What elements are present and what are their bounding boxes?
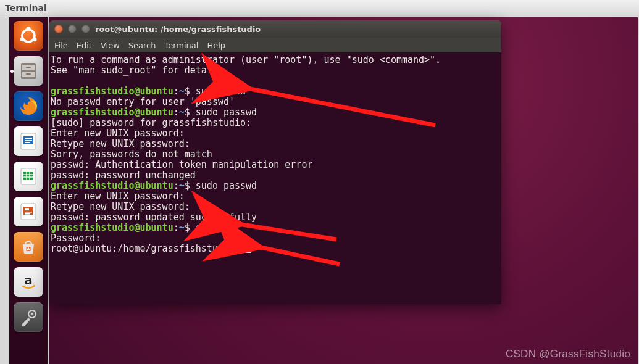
impress-icon (18, 201, 39, 222)
amazon-icon: a (18, 271, 39, 292)
prompt-userhost: grassfishstudio@ubuntu (51, 86, 173, 97)
term-line: Retype new UNIX password: (51, 201, 196, 212)
menu-file[interactable]: File (54, 41, 68, 50)
terminal-window: root@ubuntu: /home/grassfishstudio File … (49, 20, 501, 304)
svg-point-3 (20, 37, 25, 41)
launcher-amazon[interactable]: a (14, 267, 43, 297)
terminal-titlebar[interactable]: root@ubuntu: /home/grassfishstudio (49, 20, 501, 38)
launcher-files[interactable] (14, 56, 43, 86)
shopping-bag-icon: A (18, 236, 39, 257)
cursor-icon (246, 244, 251, 253)
menu-help[interactable]: Help (207, 41, 225, 50)
term-line: passwd: password unchanged (51, 170, 196, 181)
wrench-gear-icon (17, 306, 40, 328)
term-line: Password: (51, 233, 106, 244)
prompt-cwd: ~ (179, 107, 185, 118)
launcher-calc[interactable] (14, 162, 43, 191)
file-cabinet-icon (17, 60, 40, 82)
launcher-settings[interactable] (14, 302, 43, 332)
window-close-button[interactable] (54, 25, 63, 33)
svg-rect-23 (25, 208, 29, 210)
prompt-cwd: ~ (179, 86, 185, 97)
menu-view[interactable]: View (101, 41, 120, 50)
term-line: See "man sudo_root" for details. (51, 65, 229, 76)
prompt-sep: : (173, 180, 179, 191)
svg-text:A: A (27, 247, 30, 252)
term-line: To run a command as administrator (user … (51, 54, 441, 65)
prompt-sigil: $ (185, 180, 196, 191)
svg-point-2 (33, 37, 37, 41)
prompt-cwd: ~ (179, 222, 185, 233)
term-line: [sudo] password for grassfishstudio: (51, 117, 257, 128)
launcher-dash[interactable] (14, 21, 43, 51)
menu-edit[interactable]: Edit (77, 41, 92, 50)
prompt-sep: : (173, 107, 179, 118)
ubuntu-logo-icon (18, 25, 39, 46)
svg-text:a: a (24, 273, 33, 287)
svg-point-1 (27, 27, 31, 31)
terminal-menubar: File Edit View Search Terminal Help (49, 38, 501, 53)
launcher-firefox[interactable] (14, 91, 43, 121)
prompt-userhost: grassfishstudio@ubuntu (51, 180, 173, 191)
term-line: passwd: password updated successfully (51, 212, 257, 223)
term-command: su root (196, 222, 235, 233)
prompt-sigil: $ (185, 107, 196, 118)
prompt-cwd: ~ (179, 180, 185, 191)
menu-terminal[interactable]: Terminal (164, 41, 198, 50)
root-prompt: root@ubuntu:/home/grassfishstudio# (51, 243, 246, 254)
window-maximize-button[interactable] (81, 25, 90, 33)
term-line: Enter new UNIX password: (51, 191, 190, 202)
svg-rect-14 (25, 142, 30, 143)
term-line: passwd: Authentication token manipulatio… (51, 159, 312, 170)
window-minimize-button[interactable] (68, 25, 77, 33)
prompt-userhost: grassfishstudio@ubuntu (51, 222, 173, 233)
terminal-body[interactable]: To run a command as administrator (user … (49, 52, 501, 304)
running-pip-icon (10, 70, 14, 73)
prompt-sigil: $ (185, 222, 196, 233)
svg-rect-24 (25, 212, 32, 213)
prompt-sep: : (173, 222, 179, 233)
term-command: sudo passwd (196, 107, 257, 118)
launcher-software[interactable]: A (14, 232, 43, 262)
term-line: Enter new UNIX password: (51, 128, 190, 139)
calc-icon (18, 166, 39, 187)
svg-rect-16 (23, 172, 33, 180)
firefox-icon (16, 94, 41, 118)
prompt-sep: : (173, 86, 179, 97)
outer-window-title: Terminal (5, 3, 47, 13)
term-command: sudo passwd (196, 180, 257, 191)
svg-rect-7 (26, 67, 31, 68)
terminal-title: root@ubuntu: /home/grassfishstudio (95, 25, 261, 34)
term-line: Retype new UNIX password: (51, 138, 196, 149)
launcher-writer[interactable] (14, 126, 43, 156)
svg-rect-13 (25, 140, 32, 141)
left-gutter (0, 17, 9, 364)
launcher-impress[interactable] (14, 197, 43, 226)
svg-rect-25 (25, 213, 30, 215)
prompt-userhost: grassfishstudio@ubuntu (51, 107, 173, 118)
launcher-separator (48, 17, 49, 364)
term-command: su passwd (196, 86, 246, 97)
unity-launcher: A a (9, 17, 48, 364)
writer-icon (18, 131, 39, 152)
svg-rect-8 (26, 73, 31, 75)
term-line: No passwd entry for user 'passwd' (51, 96, 235, 107)
prompt-sigil: $ (185, 86, 196, 97)
term-line: Sorry, passwords do not match (51, 149, 212, 160)
svg-rect-12 (25, 138, 32, 139)
svg-point-30 (31, 313, 34, 316)
watermark: CSDN @GrassFishStudio (506, 348, 630, 360)
outer-window-titlebar: Terminal (0, 0, 639, 17)
menu-search[interactable]: Search (128, 41, 156, 50)
